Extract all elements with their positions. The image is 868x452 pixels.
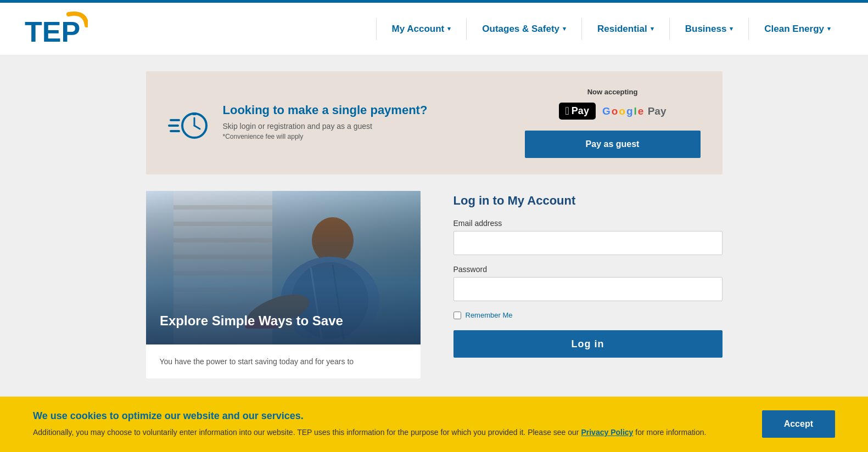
password-input[interactable] <box>453 277 723 301</box>
nav-item-my-account[interactable]: My Account ▾ <box>376 18 467 40</box>
card-image: Explore Simple Ways to Save <box>146 191 421 344</box>
card-photo-svg: Explore Simple Ways to Save <box>146 191 421 344</box>
svg-line-6 <box>194 126 200 129</box>
email-label: Email address <box>453 219 723 228</box>
nav-label-my-account: My Account <box>392 24 445 35</box>
pay-guest-button[interactable]: Pay as guest <box>525 131 701 158</box>
nav-label-clean-energy: Clean Energy <box>764 24 824 35</box>
login-button[interactable]: Log in <box>453 330 723 358</box>
remember-me-group: Remember Me <box>453 311 723 319</box>
cookie-text-area: We use cookies to optimize our website a… <box>33 410 740 438</box>
nav-label-outages-safety: Outages & Safety <box>482 24 559 35</box>
remember-me-checkbox[interactable] <box>453 312 461 319</box>
banner-left: Looking to make a single payment? Skip l… <box>168 103 428 144</box>
svg-text:TEP: TEP <box>25 16 80 48</box>
apple-pay-label: Pay <box>572 105 589 117</box>
banner-right: Now accepting  Pay Google Pay Pay as gu… <box>525 88 701 158</box>
cookie-body-text: Additionally, you may choose to voluntar… <box>33 428 581 437</box>
apple-icon:  <box>565 105 569 117</box>
chevron-down-icon: ▾ <box>651 25 654 32</box>
banner-note: *Convenience fee will apply <box>223 133 428 140</box>
email-form-group: Email address <box>453 219 723 255</box>
privacy-policy-link[interactable]: Privacy Policy <box>581 428 633 437</box>
nav-item-clean-energy[interactable]: Clean Energy ▾ <box>748 18 846 40</box>
chevron-down-icon: ▾ <box>563 25 566 32</box>
login-form: Log in to My Account Email address Passw… <box>453 191 723 358</box>
accepting-text: Now accepting <box>587 88 638 96</box>
nav-item-residential[interactable]: Residential ▾ <box>581 18 669 40</box>
payment-banner: Looking to make a single payment? Skip l… <box>146 71 723 174</box>
cookie-banner: We use cookies to optimize our website a… <box>0 397 868 450</box>
main-content: Looking to make a single payment? Skip l… <box>0 55 868 450</box>
banner-text: Looking to make a single payment? Skip l… <box>223 103 428 143</box>
nav-item-business[interactable]: Business ▾ <box>669 18 749 40</box>
password-form-group: Password <box>453 265 723 301</box>
nav-item-outages-safety[interactable]: Outages & Safety ▾ <box>466 18 581 40</box>
cookie-title: We use cookies to optimize our website a… <box>33 410 740 422</box>
google-pay-badge: Google Pay <box>602 105 667 117</box>
nav-label-residential: Residential <box>597 24 647 35</box>
accept-button[interactable]: Accept <box>762 410 835 438</box>
logo[interactable]: TEP <box>22 10 88 48</box>
email-input[interactable] <box>453 231 723 255</box>
tep-logo-svg: TEP <box>22 10 88 48</box>
svg-text:Explore Simple Ways to Save: Explore Simple Ways to Save <box>160 313 343 328</box>
banner-subtext: Skip login or registration and pay as a … <box>223 122 428 131</box>
pay-icons:  Pay Google Pay <box>559 103 667 120</box>
card-description: You have the power to start saving today… <box>146 344 421 378</box>
nav-label-business: Business <box>685 24 727 35</box>
card-description-text: You have the power to start saving today… <box>160 355 407 368</box>
google-pay-label: Pay <box>645 105 666 117</box>
chevron-down-icon: ▾ <box>447 25 451 32</box>
cookie-body-suffix: for more information. <box>635 428 706 437</box>
main-nav: My Account ▾ Outages & Safety ▾ Resident… <box>376 18 846 40</box>
chevron-down-icon: ▾ <box>730 25 733 32</box>
g-letter: G <box>602 105 611 117</box>
chevron-down-icon: ▾ <box>827 25 831 32</box>
two-col-section: Explore Simple Ways to Save You have the… <box>146 191 723 378</box>
banner-heading: Looking to make a single payment? <box>223 103 428 117</box>
header: TEP My Account ▾ Outages & Safety ▾ Resi… <box>0 0 868 55</box>
password-label: Password <box>453 265 723 274</box>
login-title: Log in to My Account <box>453 194 723 208</box>
svg-rect-7 <box>192 112 197 115</box>
image-card: Explore Simple Ways to Save You have the… <box>146 191 421 378</box>
payment-speed-icon <box>168 103 209 144</box>
apple-pay-badge:  Pay <box>559 103 596 120</box>
remember-me-label[interactable]: Remember Me <box>466 311 513 319</box>
cookie-body: Additionally, you may choose to voluntar… <box>33 426 740 438</box>
